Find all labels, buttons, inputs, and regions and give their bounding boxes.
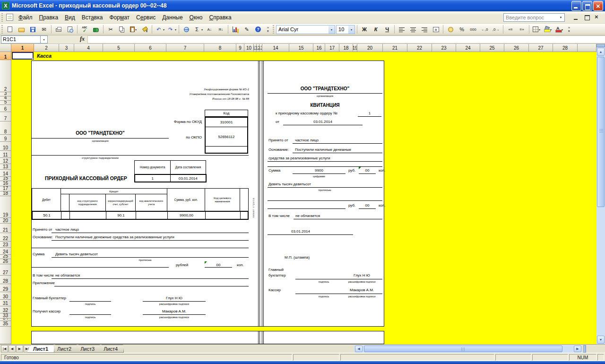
insert-function-button[interactable]: fx xyxy=(77,35,87,43)
font-name-dropdown-icon[interactable]: ▾ xyxy=(328,26,335,34)
sheet-tab-Лист1[interactable]: Лист1 xyxy=(27,345,54,353)
column-header-21[interactable]: 21 xyxy=(383,44,407,52)
worksheet-paper-order-form[interactable]: линия отреза Унифицированная форма № КО-… xyxy=(31,61,384,327)
workbook-icon[interactable] xyxy=(6,14,13,21)
menu-drag-handle[interactable] xyxy=(1,13,3,22)
row-header-4[interactable]: 4 xyxy=(0,96,11,101)
row-header-28[interactable]: 28 xyxy=(0,276,11,284)
formatting-toolbar-options-button[interactable]: »▾ xyxy=(566,25,572,34)
percent-style-button[interactable]: % xyxy=(457,25,467,34)
font-color-button[interactable]: ▾ xyxy=(554,25,564,34)
vertical-split-handle[interactable] xyxy=(596,44,605,47)
column-header-27[interactable]: 27 xyxy=(529,44,553,52)
column-header-10[interactable]: 10 xyxy=(244,44,254,52)
minimize-button[interactable] xyxy=(571,1,581,11)
redo-button[interactable]: ↷▾ xyxy=(166,25,177,34)
fill-handle[interactable] xyxy=(33,58,35,60)
column-header-16[interactable]: 16 xyxy=(313,44,325,52)
font-name-combo[interactable]: Arial Cyr ▾ xyxy=(276,25,335,34)
corr-value[interactable]: 90.1 xyxy=(106,212,136,219)
column-header-26[interactable]: 26 xyxy=(504,44,529,52)
cell[interactable] xyxy=(136,212,168,219)
borders-dropdown-icon[interactable]: ▾ xyxy=(539,28,540,31)
next-sheet-button[interactable]: ▶ xyxy=(16,345,23,353)
row-header-35[interactable]: 35 xyxy=(0,321,11,327)
debit-value[interactable]: 50.1 xyxy=(33,212,61,219)
close-button[interactable] xyxy=(593,1,603,11)
chart-wizard-button[interactable] xyxy=(230,25,241,34)
column-header-25[interactable]: 25 xyxy=(480,44,504,52)
menu-help[interactable]: Справка xyxy=(206,12,234,23)
cell[interactable] xyxy=(70,212,106,219)
undo-dropdown-icon[interactable]: ▾ xyxy=(163,28,164,31)
row-header-29[interactable]: 29 xyxy=(0,284,11,292)
currency-style-button[interactable] xyxy=(445,25,456,34)
align-center-button[interactable] xyxy=(408,25,418,34)
sheet-tab-Лист2[interactable]: Лист2 xyxy=(51,345,78,353)
horizontal-scroll-thumb[interactable] xyxy=(364,346,562,352)
menu-file[interactable]: Файл xyxy=(15,12,36,23)
row-header-1[interactable]: 1 xyxy=(0,52,11,60)
row-header-20[interactable]: 20 xyxy=(0,218,11,224)
paste-button[interactable]: ▾ xyxy=(128,25,138,34)
scroll-left-icon[interactable]: ◀ xyxy=(355,346,363,352)
selected-cell-r1c1[interactable] xyxy=(12,52,34,60)
column-header-18[interactable]: 18 xyxy=(339,44,353,52)
redo-dropdown-icon[interactable]: ▾ xyxy=(175,28,176,31)
column-header-28[interactable]: 28 xyxy=(553,44,578,52)
name-box-dropdown-icon[interactable]: ▾ xyxy=(41,35,48,43)
drawing-button[interactable]: ✎ xyxy=(242,25,252,34)
row-header-11[interactable]: 11 xyxy=(0,151,11,158)
scroll-right-icon[interactable]: ▶ xyxy=(574,346,581,352)
name-box[interactable]: R1C1 xyxy=(1,35,41,43)
sheet-tab-Лист3[interactable]: Лист3 xyxy=(74,345,101,353)
fill-color-button[interactable]: ▾ xyxy=(543,25,553,34)
row-header-12[interactable]: 12 xyxy=(0,158,11,164)
row-header-21[interactable]: 21 xyxy=(0,224,11,233)
row-header-14[interactable]: 14 xyxy=(0,170,11,177)
menu-data[interactable]: Данные xyxy=(159,12,186,23)
email-button[interactable]: ✉ xyxy=(39,25,49,34)
receipt-kop-value[interactable]: 00 xyxy=(359,168,376,173)
merge-center-button[interactable] xyxy=(431,25,441,34)
column-header-4[interactable]: 4 xyxy=(74,44,103,52)
autosum-dropdown-icon[interactable]: ▾ xyxy=(201,28,203,31)
formula-input[interactable] xyxy=(87,35,605,43)
align-right-button[interactable] xyxy=(419,25,430,34)
column-header-22[interactable]: 22 xyxy=(407,44,432,52)
menu-tools[interactable]: Сервис xyxy=(133,12,159,23)
row-header-33[interactable]: 33 xyxy=(0,313,11,319)
tab-split-handle[interactable] xyxy=(583,345,586,353)
undo-button[interactable]: ↶▾ xyxy=(154,25,165,34)
row-header-15[interactable]: 15 xyxy=(0,177,11,181)
question-dropdown-icon[interactable]: ▾ xyxy=(557,13,564,22)
autosum-button[interactable]: Σ▾ xyxy=(192,25,203,34)
increase-decimal-button[interactable]: ←,0 xyxy=(479,25,490,34)
doc-no-cell[interactable]: 1 xyxy=(135,175,171,182)
decrease-indent-button[interactable]: «≡ xyxy=(505,25,516,34)
cell[interactable] xyxy=(206,212,241,219)
horizontal-scrollbar[interactable]: ◀ ▶ xyxy=(354,345,582,353)
row-header-9[interactable]: 9 xyxy=(0,135,11,142)
help-button[interactable] xyxy=(253,25,263,34)
vertical-scrollbar[interactable]: ▲ ▼ xyxy=(596,44,605,344)
row-header-8[interactable]: 8 xyxy=(0,121,11,135)
column-header-7[interactable]: 7 xyxy=(166,44,204,52)
sheet-tab-Лист4[interactable]: Лист4 xyxy=(97,345,124,353)
doc-date-cell[interactable]: 03.01.2014 xyxy=(171,175,206,182)
cut-button[interactable]: ✂ xyxy=(105,25,116,34)
row-header-30[interactable]: 30 xyxy=(0,292,11,300)
font-size-dropdown-icon[interactable]: ▾ xyxy=(348,26,354,34)
row-header-19[interactable]: 19 xyxy=(0,196,11,218)
row-header-7[interactable]: 7 xyxy=(0,112,11,121)
open-button[interactable] xyxy=(16,25,26,34)
increase-indent-button[interactable]: ≡» xyxy=(517,25,527,34)
underline-button[interactable]: Ч xyxy=(382,25,392,34)
column-header-3[interactable]: 3 xyxy=(59,44,74,52)
print-button[interactable] xyxy=(53,25,64,34)
comma-style-button[interactable]: 000 xyxy=(468,25,478,34)
question-input[interactable] xyxy=(503,13,565,22)
account-data-row[interactable]: 50.1 90.1 9900,00 xyxy=(32,211,249,220)
row-header-31[interactable]: 31 xyxy=(0,300,11,306)
restore-button[interactable] xyxy=(582,1,592,11)
